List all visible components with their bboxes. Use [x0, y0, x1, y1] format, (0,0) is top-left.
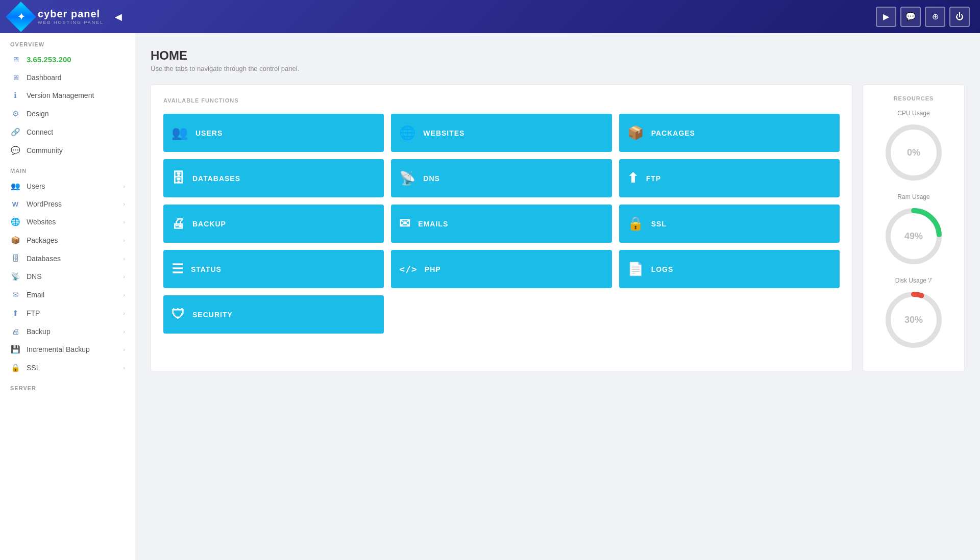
resources-title: RESOURCES: [871, 95, 956, 101]
btn-websites-label: WEBSITES: [423, 129, 464, 137]
collapse-button[interactable]: ◀: [115, 11, 122, 22]
design-label: Design: [27, 110, 125, 118]
btn-logs[interactable]: 📄 LOGS: [619, 250, 840, 288]
packages-arrow: ›: [123, 237, 125, 243]
sidebar-item-databases[interactable]: 🗄 Databases ›: [0, 249, 135, 267]
btn-dns-label: DNS: [423, 174, 440, 183]
server-section-title: SERVER: [0, 377, 135, 394]
logo-text: cyber panel WEB HOSTING PANEL: [38, 8, 104, 25]
email-icon: ✉: [10, 290, 20, 299]
btn-backup[interactable]: 🖨 BACKUP: [163, 205, 384, 243]
main-section-title: MAIN: [0, 160, 135, 177]
packages-label: Packages: [27, 236, 117, 244]
sidebar-item-connect[interactable]: 🔗 Connect: [0, 123, 135, 141]
chat-icon-btn[interactable]: 💬: [900, 7, 921, 27]
dashboard-icon: 🖥: [10, 73, 20, 82]
dns-fn-icon: 📡: [399, 170, 416, 186]
backup-label: Backup: [27, 327, 117, 336]
sidebar-item-ftp[interactable]: ⬆ FTP ›: [0, 304, 135, 322]
btn-php[interactable]: </> PHP: [391, 250, 611, 288]
sidebar-item-packages[interactable]: 📦 Packages ›: [0, 231, 135, 249]
overview-section-title: OVERVIEW: [0, 33, 135, 50]
sidebar-item-users[interactable]: 👥 Users ›: [0, 177, 135, 195]
sidebar-item-ip[interactable]: 🖥 3.65.253.200: [0, 50, 135, 68]
ssl-icon: 🔒: [10, 363, 20, 372]
users-label: Users: [27, 182, 117, 190]
users-fn-icon: 👥: [172, 125, 188, 141]
btn-security-label: SECURITY: [192, 311, 233, 319]
layout: OVERVIEW 🖥 3.65.253.200 🖥 Dashboard ℹ Ve…: [0, 33, 980, 560]
design-icon: ⚙: [10, 109, 20, 118]
databases-label: Databases: [27, 254, 117, 263]
ssl-fn-icon: 🔒: [627, 216, 644, 232]
incremental-backup-arrow: ›: [123, 346, 125, 352]
sidebar-item-ssl[interactable]: 🔒 SSL ›: [0, 359, 135, 377]
sidebar-item-dns[interactable]: 📡 DNS ›: [0, 267, 135, 286]
wordpress-arrow: ›: [123, 201, 125, 207]
dns-icon: 📡: [10, 272, 20, 281]
support-icon-btn[interactable]: ⊕: [925, 7, 945, 27]
main-content: HOME Use the tabs to navigate through th…: [135, 33, 980, 560]
btn-ftp[interactable]: ⬆ FTP: [619, 159, 840, 197]
backup-fn-icon: 🖨: [172, 216, 185, 232]
btn-dns[interactable]: 📡 DNS: [391, 159, 611, 197]
btn-emails[interactable]: ✉ EMAILS: [391, 205, 611, 243]
btn-websites[interactable]: 🌐 WEBSITES: [391, 114, 611, 152]
websites-icon: 🌐: [10, 217, 20, 226]
ram-label: Ram Usage: [871, 193, 956, 200]
sidebar-item-incremental-backup[interactable]: 💾 Incremental Backup ›: [0, 340, 135, 359]
btn-databases[interactable]: 🗄 DATABASES: [163, 159, 384, 197]
btn-databases-label: DATABASES: [192, 174, 240, 183]
logo-sub: WEB HOSTING PANEL: [38, 20, 104, 25]
content-flex: AVAILABLE FUNCTIONS 👥 USERS 🌐 WEBSITES 📦…: [151, 85, 965, 371]
packages-icon: 📦: [10, 236, 20, 245]
btn-php-label: PHP: [425, 265, 441, 273]
sidebar-item-backup[interactable]: 🖨 Backup ›: [0, 322, 135, 340]
sidebar-item-community[interactable]: 💬 Community: [0, 141, 135, 160]
dns-arrow: ›: [123, 273, 125, 279]
btn-packages[interactable]: 📦 PACKAGES: [619, 114, 840, 152]
websites-label: Websites: [27, 218, 117, 226]
security-fn-icon: 🛡: [172, 307, 185, 322]
disk-usage-item: Disk Usage '/' 30%: [871, 277, 956, 350]
users-icon: 👥: [10, 182, 20, 191]
logo-diamond: ✦: [6, 2, 36, 32]
functions-title: AVAILABLE FUNCTIONS: [163, 97, 840, 104]
websites-fn-icon: 🌐: [399, 125, 416, 141]
sidebar-item-version[interactable]: ℹ Version Management: [0, 86, 135, 105]
youtube-icon-btn[interactable]: ▶: [876, 7, 896, 27]
databases-icon: 🗄: [10, 254, 20, 263]
version-icon: ℹ: [10, 91, 20, 100]
sidebar-item-email[interactable]: ✉ Email ›: [0, 286, 135, 304]
btn-logs-label: LOGS: [651, 265, 674, 273]
websites-arrow: ›: [123, 219, 125, 225]
btn-users[interactable]: 👥 USERS: [163, 114, 384, 152]
resources-panel: RESOURCES CPU Usage 0% Ram Usage: [863, 85, 965, 371]
sidebar-item-wordpress[interactable]: W WordPress ›: [0, 195, 135, 213]
sidebar-item-design[interactable]: ⚙ Design: [0, 105, 135, 123]
backup-arrow: ›: [123, 328, 125, 335]
functions-grid: 👥 USERS 🌐 WEBSITES 📦 PACKAGES 🗄 DATABASE…: [163, 114, 840, 334]
power-icon-btn[interactable]: ⏻: [949, 7, 970, 27]
sidebar-item-dashboard[interactable]: 🖥 Dashboard: [0, 68, 135, 86]
btn-ssl[interactable]: 🔒 SSL: [619, 205, 840, 243]
wordpress-label: WordPress: [27, 200, 117, 208]
incremental-backup-icon: 💾: [10, 345, 20, 354]
community-icon: 💬: [10, 146, 20, 155]
dns-label: DNS: [27, 272, 117, 281]
databases-fn-icon: 🗄: [172, 170, 185, 186]
sidebar-item-websites[interactable]: 🌐 Websites ›: [0, 213, 135, 231]
sidebar: OVERVIEW 🖥 3.65.253.200 🖥 Dashboard ℹ Ve…: [0, 33, 135, 560]
btn-status[interactable]: ☰ STATUS: [163, 250, 384, 288]
btn-security[interactable]: 🛡 SECURITY: [163, 295, 384, 334]
topnav: ✦ cyber panel WEB HOSTING PANEL ◀ ▶ 💬 ⊕ …: [0, 0, 980, 33]
page-title: HOME: [151, 48, 965, 63]
ram-donut: 49%: [883, 206, 944, 267]
ram-value: 49%: [904, 231, 923, 242]
wordpress-icon: W: [10, 200, 20, 208]
ssl-arrow: ›: [123, 365, 125, 371]
disk-donut: 30%: [883, 289, 944, 350]
status-fn-icon: ☰: [172, 261, 184, 277]
community-label: Community: [27, 146, 125, 155]
users-arrow: ›: [123, 183, 125, 189]
